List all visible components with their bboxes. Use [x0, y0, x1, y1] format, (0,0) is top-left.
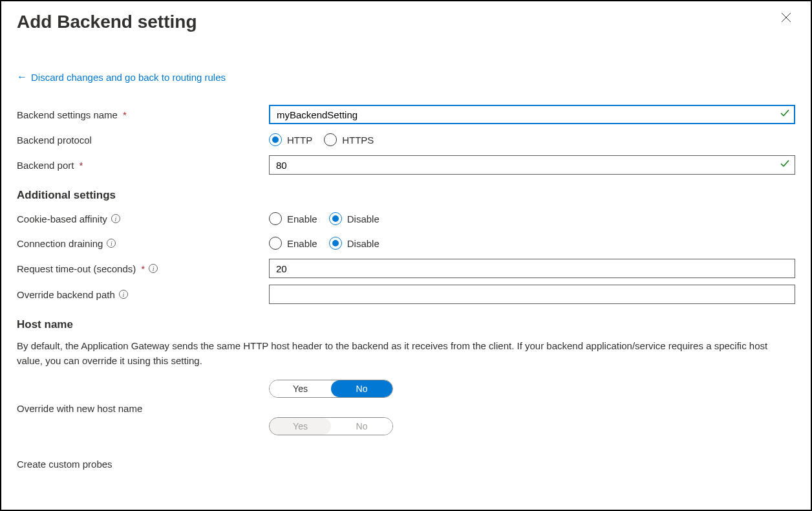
required-indicator: *	[79, 160, 83, 171]
row-connection-draining: Connection draining i Enable Disable	[17, 234, 795, 252]
discard-back-link-text: Discard changes and go back to routing r…	[31, 72, 226, 83]
override-host-name-yes[interactable]: Yes	[270, 380, 331, 397]
add-backend-setting-panel: Add Backend setting ← Discard changes an…	[0, 0, 812, 511]
info-icon[interactable]: i	[119, 290, 128, 299]
row-backend-port: Backend port*	[17, 155, 795, 175]
backend-protocol-radio-group: HTTP HTTPS	[269, 133, 795, 146]
close-button[interactable]	[777, 8, 795, 28]
host-name-heading: Host name	[17, 318, 795, 331]
request-timeout-input[interactable]	[269, 259, 795, 278]
required-indicator: *	[123, 109, 127, 120]
connection-draining-enable-radio[interactable]: Enable	[269, 237, 317, 250]
info-icon[interactable]: i	[149, 264, 158, 273]
required-indicator: *	[141, 263, 145, 274]
row-backend-settings-name: Backend settings name*	[17, 105, 795, 124]
panel-title: Add Backend setting	[17, 12, 197, 32]
additional-settings-heading: Additional settings	[17, 189, 795, 202]
cookie-affinity-enable-radio[interactable]: Enable	[269, 212, 317, 225]
row-override-backend-path: Override backend path i	[17, 285, 795, 304]
arrow-left-icon: ←	[17, 71, 27, 83]
create-custom-probes-toggle: Yes No	[269, 417, 393, 435]
label-backend-port: Backend port*	[17, 160, 269, 171]
override-backend-path-input[interactable]	[269, 285, 795, 304]
row-backend-protocol: Backend protocol HTTP HTTPS	[17, 131, 795, 149]
label-backend-settings-name: Backend settings name*	[17, 109, 269, 120]
close-icon	[781, 11, 791, 25]
info-icon[interactable]: i	[111, 214, 120, 223]
connection-draining-radio-group: Enable Disable	[269, 237, 795, 250]
cookie-affinity-radio-group: Enable Disable	[269, 212, 795, 225]
connection-draining-disable-radio[interactable]: Disable	[329, 237, 379, 250]
label-request-timeout: Request time-out (seconds)* i	[17, 263, 269, 274]
create-custom-probes-yes: Yes	[270, 418, 331, 435]
row-override-new-host-name: Override with new host name Yes No Yes N…	[17, 380, 795, 435]
label-create-custom-probes: Create custom probes	[17, 459, 269, 470]
label-cookie-affinity: Cookie-based affinity i	[17, 213, 269, 224]
row-create-custom-probes: Create custom probes	[17, 455, 795, 473]
label-connection-draining: Connection draining i	[17, 238, 269, 249]
create-custom-probes-no: No	[331, 418, 392, 435]
label-override-backend-path: Override backend path i	[17, 289, 269, 300]
protocol-https-radio[interactable]: HTTPS	[324, 133, 374, 146]
cookie-affinity-disable-radio[interactable]: Disable	[329, 212, 379, 225]
label-override-new-host-name: Override with new host name	[17, 380, 269, 414]
override-host-name-toggle[interactable]: Yes No	[269, 380, 393, 398]
discard-back-link[interactable]: ← Discard changes and go back to routing…	[17, 71, 226, 83]
panel-header: Add Backend setting	[17, 8, 795, 32]
row-cookie-affinity: Cookie-based affinity i Enable Disable	[17, 210, 795, 228]
backend-port-input[interactable]	[269, 155, 795, 175]
form: Backend settings name* Backend protocol	[17, 105, 795, 473]
backend-settings-name-input[interactable]	[269, 105, 795, 124]
override-host-name-no[interactable]: No	[331, 380, 392, 397]
host-name-description: By default, the Application Gateway send…	[17, 339, 795, 368]
info-icon[interactable]: i	[107, 239, 116, 248]
protocol-http-radio[interactable]: HTTP	[269, 133, 312, 146]
label-backend-protocol: Backend protocol	[17, 135, 269, 146]
row-request-timeout: Request time-out (seconds)* i	[17, 259, 795, 278]
